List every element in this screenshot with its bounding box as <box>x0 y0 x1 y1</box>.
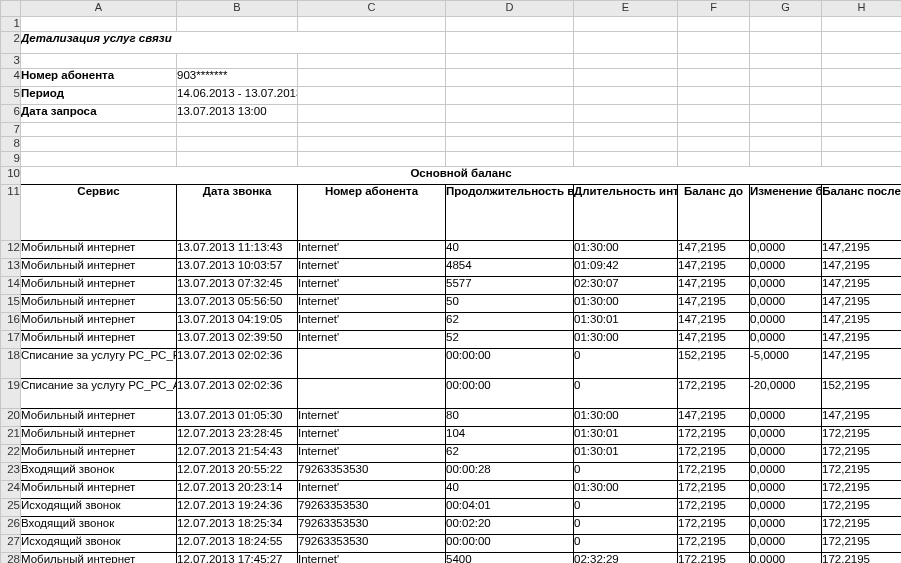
cell-service[interactable]: Мобильный интернет <box>21 552 177 563</box>
cell-after[interactable]: 147,2195 <box>822 258 902 276</box>
row-num[interactable]: 1 <box>1 17 21 32</box>
cell-sub[interactable]: Internet' <box>298 240 446 258</box>
row-num[interactable]: 24 <box>1 480 21 498</box>
cell-service[interactable]: Мобильный интернет <box>21 312 177 330</box>
cell-sess[interactable]: 02:32:29 <box>574 552 678 563</box>
cell-before[interactable]: 172,2195 <box>678 534 750 552</box>
cell-service[interactable]: Мобильный интернет <box>21 240 177 258</box>
cell-before[interactable]: 147,2195 <box>678 408 750 426</box>
spreadsheet-grid[interactable]: A B C D E F G H 1 2 Детализация услуг св… <box>0 0 901 563</box>
table-row[interactable]: 20Мобильный интернет13.07.2013 01:05:30I… <box>1 408 902 426</box>
cell-change[interactable]: 0,0000 <box>750 426 822 444</box>
table-row[interactable]: 14Мобильный интернет13.07.2013 07:32:45I… <box>1 276 902 294</box>
cell-sub[interactable] <box>298 348 446 378</box>
cell-service[interactable]: Мобильный интернет <box>21 408 177 426</box>
cell-before[interactable]: 172,2195 <box>678 426 750 444</box>
col-header-F[interactable]: F <box>678 1 750 17</box>
cell-change[interactable]: -5,0000 <box>750 348 822 378</box>
cell-service[interactable]: Мобильный интернет <box>21 258 177 276</box>
cell-sess[interactable]: 0 <box>574 348 678 378</box>
cell-sub[interactable]: Internet' <box>298 480 446 498</box>
row-num[interactable]: 18 <box>1 348 21 378</box>
cell-date[interactable]: 12.07.2013 20:23:14 <box>177 480 298 498</box>
row-num[interactable]: 5 <box>1 86 21 104</box>
cell-change[interactable]: 0,0000 <box>750 498 822 516</box>
table-row[interactable]: 24Мобильный интернет12.07.2013 20:23:14I… <box>1 480 902 498</box>
table-row[interactable]: 25Исходящий звонок12.07.2013 19:24:36792… <box>1 498 902 516</box>
cell-service[interactable]: Мобильный интернет <box>21 330 177 348</box>
cell-after[interactable]: 147,2195 <box>822 408 902 426</box>
cell-date[interactable]: 13.07.2013 10:03:57 <box>177 258 298 276</box>
cell-sub[interactable]: Internet' <box>298 276 446 294</box>
row-num[interactable]: 10 <box>1 166 21 184</box>
cell-after[interactable]: 172,2195 <box>822 462 902 480</box>
cell-date[interactable]: 13.07.2013 05:56:50 <box>177 294 298 312</box>
row-num[interactable]: 12 <box>1 240 21 258</box>
table-row[interactable]: 21Мобильный интернет12.07.2013 23:28:45I… <box>1 426 902 444</box>
cell-sess[interactable]: 01:30:01 <box>574 426 678 444</box>
row-num[interactable]: 7 <box>1 122 21 137</box>
cell-sess[interactable]: 0 <box>574 462 678 480</box>
cell-service[interactable]: Мобильный интернет <box>21 444 177 462</box>
cell-dur[interactable]: 62 <box>446 312 574 330</box>
cell-sub[interactable]: Internet' <box>298 312 446 330</box>
cell-before[interactable]: 147,2195 <box>678 312 750 330</box>
cell-date[interactable]: 12.07.2013 18:25:34 <box>177 516 298 534</box>
cell-sub[interactable]: Internet' <box>298 552 446 563</box>
cell-date[interactable]: 13.07.2013 02:02:36 <box>177 348 298 378</box>
cell-change[interactable]: 0,0000 <box>750 480 822 498</box>
cell-date[interactable]: 12.07.2013 20:55:22 <box>177 462 298 480</box>
row-num[interactable]: 16 <box>1 312 21 330</box>
cell-after[interactable]: 147,2195 <box>822 276 902 294</box>
cell-sess[interactable]: 01:30:00 <box>574 330 678 348</box>
col-header-B[interactable]: B <box>177 1 298 17</box>
cell-after[interactable]: 172,2195 <box>822 444 902 462</box>
cell-before[interactable]: 152,2195 <box>678 348 750 378</box>
cell-change[interactable]: 0,0000 <box>750 312 822 330</box>
row-num[interactable]: 25 <box>1 498 21 516</box>
cell-sub[interactable] <box>298 378 446 408</box>
cell-sess[interactable]: 0 <box>574 534 678 552</box>
cell-sub[interactable]: 79263353530 <box>298 516 446 534</box>
row-num[interactable]: 19 <box>1 378 21 408</box>
cell-change[interactable]: 0,0000 <box>750 444 822 462</box>
cell-before[interactable]: 147,2195 <box>678 294 750 312</box>
cell-service[interactable]: Входящий звонок <box>21 462 177 480</box>
cell-service[interactable]: Списание за услугу РС_РС_RLTC <box>21 348 177 378</box>
cell-service[interactable]: Списание за услугу РС_РС_ALL500 <box>21 378 177 408</box>
col-header-E[interactable]: E <box>574 1 678 17</box>
cell-after[interactable]: 172,2195 <box>822 552 902 563</box>
cell-date[interactable]: 13.07.2013 02:39:50 <box>177 330 298 348</box>
cell-before[interactable]: 172,2195 <box>678 378 750 408</box>
row-num[interactable]: 14 <box>1 276 21 294</box>
cell-after[interactable]: 172,2195 <box>822 516 902 534</box>
cell-service[interactable]: Мобильный интернет <box>21 294 177 312</box>
cell-sub[interactable]: 79263353530 <box>298 498 446 516</box>
cell-after[interactable]: 172,2195 <box>822 480 902 498</box>
cell-sess[interactable]: 01:30:00 <box>574 240 678 258</box>
cell-service[interactable]: Входящий звонок <box>21 516 177 534</box>
cell-dur[interactable]: 80 <box>446 408 574 426</box>
cell-sess[interactable]: 0 <box>574 498 678 516</box>
cell-after[interactable]: 147,2195 <box>822 312 902 330</box>
cell-change[interactable]: 0,0000 <box>750 294 822 312</box>
table-row[interactable]: 15Мобильный интернет13.07.2013 05:56:50I… <box>1 294 902 312</box>
cell-dur[interactable]: 104 <box>446 426 574 444</box>
cell-before[interactable]: 172,2195 <box>678 480 750 498</box>
cell-sub[interactable]: Internet' <box>298 294 446 312</box>
cell-after[interactable]: 172,2195 <box>822 498 902 516</box>
cell-after[interactable]: 172,2195 <box>822 426 902 444</box>
row-num[interactable]: 13 <box>1 258 21 276</box>
row-num[interactable]: 22 <box>1 444 21 462</box>
cell-dur[interactable]: 40 <box>446 240 574 258</box>
cell-before[interactable]: 147,2195 <box>678 240 750 258</box>
cell-dur[interactable]: 00:04:01 <box>446 498 574 516</box>
table-row[interactable]: 13Мобильный интернет13.07.2013 10:03:57I… <box>1 258 902 276</box>
row-num[interactable]: 9 <box>1 152 21 167</box>
spreadsheet-viewport[interactable]: A B C D E F G H 1 2 Детализация услуг св… <box>0 0 901 563</box>
cell-after[interactable]: 172,2195 <box>822 534 902 552</box>
cell-date[interactable]: 13.07.2013 04:19:05 <box>177 312 298 330</box>
cell-sub[interactable]: 79263353530 <box>298 462 446 480</box>
cell-sub[interactable]: Internet' <box>298 426 446 444</box>
cell-dur[interactable]: 00:02:20 <box>446 516 574 534</box>
